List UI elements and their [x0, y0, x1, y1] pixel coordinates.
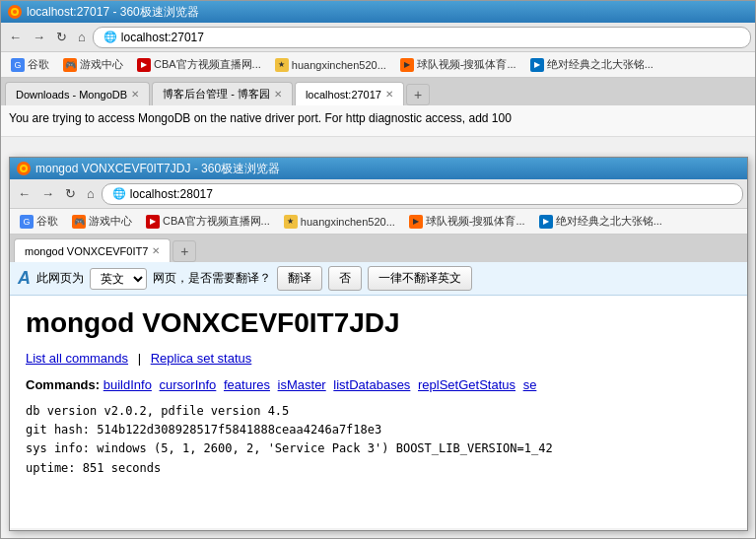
cmd-cursorinfo[interactable]: cursorInfo	[160, 377, 217, 392]
bookmark-games[interactable]: 🎮 游戏中心	[57, 55, 129, 74]
bookmark-google-icon: G	[11, 58, 25, 72]
inner-back-button[interactable]: ←	[14, 184, 34, 203]
svg-point-5	[22, 167, 26, 170]
tab-downloads[interactable]: Downloads - MongoDB ✕	[5, 82, 150, 105]
browser-logo-inner	[16, 161, 32, 176]
info-line-3: sys info: windows (5, 1, 2600, 2, 'Servi…	[26, 439, 731, 458]
inner-address-text: localhost:28017	[130, 187, 213, 201]
inner-address-globe-icon: 🌐	[112, 187, 126, 200]
list-all-commands-link[interactable]: List all commands	[26, 351, 128, 366]
cmd-ismaster[interactable]: isMaster	[278, 377, 326, 392]
no-translate-button[interactable]: 否	[328, 266, 362, 291]
translation-text1: 此网页为	[36, 270, 84, 287]
mongo-server-title: mongod VONXCEVF0IT7JDJ	[26, 307, 731, 339]
svg-point-2	[13, 10, 17, 14]
bookmark-cba-icon: ▶	[137, 58, 151, 72]
inner-tab-mongod[interactable]: mongod VONXCEVF0IT7 ✕	[14, 238, 171, 262]
inner-title-bar: mongod VONXCEVF0IT7JDJ - 360极速浏览器	[10, 158, 747, 179]
outer-bookmarks-bar: G 谷歌 🎮 游戏中心 ▶ CBA官方视频直播网... ★ huangxinch…	[1, 52, 755, 78]
inner-bookmark-qiudui-icon: ▶	[409, 215, 423, 229]
inner-bookmark-cba-icon: ▶	[146, 215, 160, 229]
bookmark-jingdian-icon: ▶	[530, 58, 544, 72]
cmd-buildinfo[interactable]: buildInfo	[103, 377, 152, 392]
outer-title-bar: localhost:27017 - 360极速浏览器	[1, 1, 755, 23]
tab-downloads-label: Downloads - MongoDB	[16, 89, 127, 101]
bookmark-google[interactable]: G 谷歌	[5, 55, 55, 74]
inner-bookmark-huang[interactable]: ★ huangxinchen520...	[278, 213, 401, 231]
outer-tabs-bar: Downloads - MongoDB ✕ 博客后台管理 - 博客园 ✕ loc…	[1, 78, 755, 105]
translate-button[interactable]: 翻译	[277, 266, 322, 291]
home-button[interactable]: ⌂	[74, 28, 90, 46]
bookmark-qiudui-icon: ▶	[400, 58, 414, 72]
link-separator: |	[138, 351, 141, 366]
inner-bookmark-jingdian[interactable]: ▶ 绝对经典之北大张铭...	[533, 212, 668, 231]
bookmark-huang[interactable]: ★ huangxinchen520...	[269, 56, 392, 74]
tab-localhost-27017-label: localhost:27017	[306, 89, 381, 101]
tab-blog-label: 博客后台管理 - 博客园	[163, 87, 270, 101]
forward-button[interactable]: →	[29, 28, 49, 46]
inner-tabs-bar: mongod VONXCEVF0IT7 ✕ +	[10, 235, 747, 262]
translation-bar: A 此网页为 英文 网页，是否需要翻译？ 翻译 否 一律不翻译英文	[10, 262, 747, 296]
never-translate-button[interactable]: 一律不翻译英文	[368, 266, 472, 291]
outer-address-text: localhost:27017	[121, 31, 204, 44]
cmd-se[interactable]: se	[523, 377, 537, 392]
commands-line: Commands: buildInfo cursorInfo features …	[26, 377, 731, 392]
inner-bookmark-games-icon: 🎮	[72, 215, 86, 229]
outer-browser: localhost:27017 - 360极速浏览器 ← → ↻ ⌂ 🌐 loc…	[0, 0, 756, 539]
inner-home-button[interactable]: ⌂	[83, 184, 99, 203]
translation-text2: 网页，是否需要翻译？	[153, 270, 271, 287]
inner-page-content: mongod VONXCEVF0IT7JDJ List all commands…	[10, 296, 747, 528]
outer-nav-bar: ← → ↻ ⌂ 🌐 localhost:27017	[1, 23, 755, 52]
inner-tab-mongod-label: mongod VONXCEVF0IT7	[25, 245, 148, 257]
diagnostic-message: You are trying to access MongoDB on the …	[9, 111, 512, 125]
inner-address-bar[interactable]: 🌐 localhost:28017	[102, 183, 743, 205]
inner-bookmark-cba[interactable]: ▶ CBA官方视频直播网...	[140, 212, 276, 231]
inner-bookmark-google[interactable]: G 谷歌	[14, 212, 64, 231]
inner-bookmark-games[interactable]: 🎮 游戏中心	[66, 212, 138, 231]
inner-refresh-button[interactable]: ↻	[61, 184, 80, 203]
language-dropdown[interactable]: 英文	[90, 268, 147, 290]
outer-page-content: You are trying to access MongoDB on the …	[1, 105, 755, 137]
inner-bookmark-jingdian-icon: ▶	[539, 215, 553, 229]
inner-nav-bar: ← → ↻ ⌂ 🌐 localhost:28017	[10, 179, 747, 209]
inner-bookmark-google-icon: G	[20, 215, 34, 229]
inner-browser: mongod VONXCEVF0IT7JDJ - 360极速浏览器 ← → ↻ …	[9, 157, 748, 531]
cmd-listdatabases[interactable]: listDatabases	[333, 377, 410, 392]
inner-bookmarks-bar: G 谷歌 🎮 游戏中心 ▶ CBA官方视频直播网... ★ huangxinch…	[10, 209, 747, 235]
commands-label: Commands:	[26, 377, 100, 392]
tab-blog[interactable]: 博客后台管理 - 博客园 ✕	[152, 82, 293, 105]
tab-blog-close[interactable]: ✕	[274, 89, 282, 100]
tab-localhost-27017[interactable]: localhost:27017 ✕	[295, 82, 404, 105]
tab-localhost-27017-close[interactable]: ✕	[385, 89, 393, 100]
bookmark-jingdian[interactable]: ▶ 绝对经典之北大张铭...	[524, 55, 659, 74]
back-button[interactable]: ←	[5, 28, 26, 46]
bookmark-cba[interactable]: ▶ CBA官方视频直播网...	[131, 55, 267, 74]
inner-bookmark-qiudui[interactable]: ▶ 球队视频-搜狐体育...	[403, 212, 531, 231]
outer-title-text: localhost:27017 - 360极速浏览器	[27, 4, 749, 21]
replica-set-status-link[interactable]: Replica set status	[151, 351, 252, 366]
outer-address-bar[interactable]: 🌐 localhost:27017	[93, 27, 751, 48]
info-block: db version v2.0.2, pdfile version 4.5 gi…	[26, 402, 731, 478]
inner-new-tab-button[interactable]: +	[172, 240, 196, 262]
inner-bookmark-huang-icon: ★	[284, 215, 298, 229]
inner-forward-button[interactable]: →	[37, 184, 58, 203]
cmd-replsetgetstatus[interactable]: replSetGetStatus	[418, 377, 515, 392]
bookmark-qiudui[interactable]: ▶ 球队视频-搜狐体育...	[394, 55, 522, 74]
inner-title-text: mongod VONXCEVF0IT7JDJ - 360极速浏览器	[35, 161, 741, 177]
bookmark-huang-icon: ★	[275, 58, 289, 72]
address-globe-icon: 🌐	[103, 31, 117, 43]
info-line-2: git hash: 514b122d308928517f5841888ceaa4…	[26, 421, 731, 439]
browser-logo-outer	[7, 4, 23, 20]
links-line: List all commands | Replica set status	[26, 351, 731, 366]
refresh-button[interactable]: ↻	[52, 28, 71, 46]
cmd-features[interactable]: features	[224, 377, 270, 392]
info-line-4: uptime: 851 seconds	[26, 459, 731, 478]
tab-downloads-close[interactable]: ✕	[131, 89, 139, 100]
inner-tab-mongod-close[interactable]: ✕	[152, 245, 160, 256]
new-tab-button[interactable]: +	[406, 84, 430, 105]
translate-icon: A	[18, 268, 31, 289]
info-line-1: db version v2.0.2, pdfile version 4.5	[26, 402, 731, 421]
bookmark-games-icon: 🎮	[63, 58, 77, 72]
